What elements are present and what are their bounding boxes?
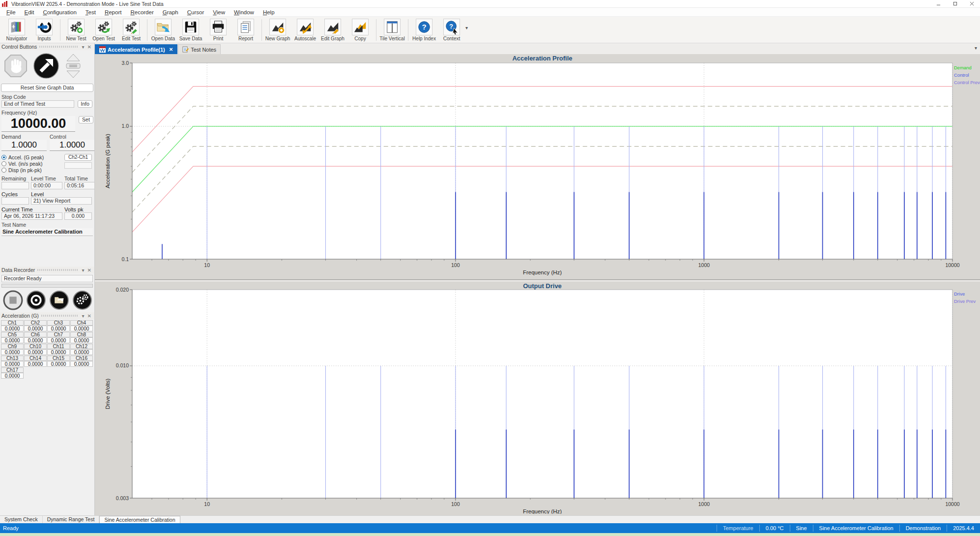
units-radio-0[interactable]: Accel. (G peak) [1,154,64,160]
recorder-open-button[interactable] [49,290,69,311]
tab-overflow-icon[interactable]: ▾ [975,45,977,51]
set-frequency-button[interactable]: Set [79,116,93,123]
legend-entry: Drive Prev [954,298,976,305]
toolbar-dropdown-icon[interactable]: ▾ [465,25,468,30]
channel-value: 0.0000 [47,326,70,331]
channel-label: Ch16 [70,356,93,361]
stop-button[interactable] [4,54,28,79]
left-panel: Control Buttons ▾ ✕ [0,43,95,515]
units-radio-2[interactable]: Disp (in pk-pk) [1,167,64,173]
tab-close-icon[interactable]: ✕ [169,47,173,52]
info-button[interactable]: Info [78,100,92,108]
new-graph-button[interactable]: New Graph [264,18,291,41]
test-tab-1[interactable]: Dynamic Range Test [43,516,100,523]
close-button[interactable] [963,0,980,7]
doc-tab-1[interactable]: Test Notes [178,44,221,54]
svg-text:1.0: 1.0 [121,123,129,129]
control-value: 1.0000 [50,140,95,151]
chevron-down-icon[interactable]: ▾ [81,268,86,273]
close-icon[interactable]: ✕ [86,313,93,319]
panel-title: Acceleration (G) [1,313,39,319]
channel-value: 0.0000 [70,326,93,331]
level-label: Level [31,191,92,197]
report-button[interactable]: Report [232,18,259,41]
svg-text:10: 10 [204,262,210,268]
menu-item-cursor[interactable]: Cursor [183,8,209,16]
menu-item-file[interactable]: File [2,8,20,16]
minimize-button[interactable] [930,0,947,7]
menu-item-report[interactable]: Report [100,8,126,16]
volts-pk-label: Volts pk [64,207,92,212]
close-icon[interactable]: ✕ [86,268,93,273]
run-button[interactable] [33,53,59,80]
cycles-label: Cycles [1,191,29,197]
context-help-icon: ? [444,20,459,34]
legend-entry: Demand [954,64,980,71]
chart-title: Acceleration Profile [132,55,952,62]
doc-tab-0[interactable]: Acceleration Profile(1)✕ [95,44,177,54]
navigator-button[interactable]: Navigator [3,18,30,41]
recorder-stop-button[interactable] [3,290,23,311]
menu-item-graph[interactable]: Graph [158,8,183,16]
status-segment-4: Demonstration [899,525,947,532]
edit-graph-icon [325,20,340,34]
context-button[interactable]: ?Context [438,18,465,41]
recorder-settings-button[interactable] [72,290,92,311]
open-test-icon [96,20,111,34]
level-updown-control[interactable] [65,53,82,80]
chevron-down-icon[interactable]: ▾ [81,313,86,319]
toolbar: NavigatorInputsNew TestOpen TestEdit Tes… [0,17,980,43]
menu-item-window[interactable]: Window [230,8,259,16]
status-segment-2: Sine [790,525,813,532]
channel-value: 0.0000 [1,361,24,367]
edit-test-button[interactable]: Edit Test [117,18,145,41]
channel-label: Ch9 [1,344,24,349]
status-segment-3: Sine Accelerometer Calibration [813,525,899,532]
save-data-button[interactable]: Save Data [177,18,204,41]
copy-icon [353,20,368,34]
ch2-ch1-button[interactable]: Ch2-Ch1 [64,154,92,161]
channel-value: 0.0000 [24,326,47,331]
chevron-down-icon[interactable]: ▾ [81,44,86,50]
legend-entry: Control Prev [954,79,980,86]
menu-item-configuration[interactable]: Configuration [38,8,81,16]
reset-sine-graph-button[interactable]: Reset Sine Graph Data [1,84,93,92]
menu-item-test[interactable]: Test [81,8,100,16]
stop-code-label: Stop Code [1,94,94,100]
print-button[interactable]: Print [204,18,232,41]
test-tab-2[interactable]: Sine Accelerometer Calibration [99,516,180,523]
status-ready: Ready [0,525,19,531]
menu-item-edit[interactable]: Edit [20,8,39,16]
maximize-button[interactable] [947,0,963,7]
test-tab-0[interactable]: System Check [0,516,43,523]
tile-vertical-button[interactable]: Tile Vertical [378,18,406,41]
chart-legend: DemandControlControl Prev [954,64,980,86]
menu-item-recorder[interactable]: Recorder [126,8,158,16]
open-icon [49,290,69,310]
channel-value: 0.0000 [24,337,47,343]
print-icon [211,20,226,34]
level-up-icon [67,54,80,61]
svg-text:10000: 10000 [945,501,959,507]
close-icon[interactable]: ✕ [86,44,93,50]
autoscale-button[interactable]: Autoscale [291,18,319,41]
level-time-label: Level Time [31,176,62,182]
menu-item-view[interactable]: View [208,8,230,16]
inputs-button[interactable]: Inputs [30,18,58,41]
new-test-icon [69,20,84,34]
demand-label: Demand [1,134,47,140]
copy-button[interactable]: Copy [346,18,374,41]
units-radio-1[interactable]: Vel. (in/s peak) [1,160,64,167]
legend-entry: Drive [954,290,976,298]
menu-item-help[interactable]: Help [259,8,279,16]
open-data-button[interactable]: Open Data [149,18,177,41]
svg-text:0.1: 0.1 [121,256,129,262]
chart-splitter[interactable] [95,279,980,281]
new-test-button[interactable]: New Test [62,18,90,41]
recorder-record-button[interactable] [26,290,46,311]
open-test-button[interactable]: Open Test [90,18,117,41]
help-index-button[interactable]: ?Help Index [410,18,438,41]
demand-value: 1.0000 [1,140,47,151]
edit-graph-button[interactable]: Edit Graph [319,18,346,41]
output-drive-chart-panel: 101001000100000.0200.0100.003Frequency (… [95,282,980,514]
